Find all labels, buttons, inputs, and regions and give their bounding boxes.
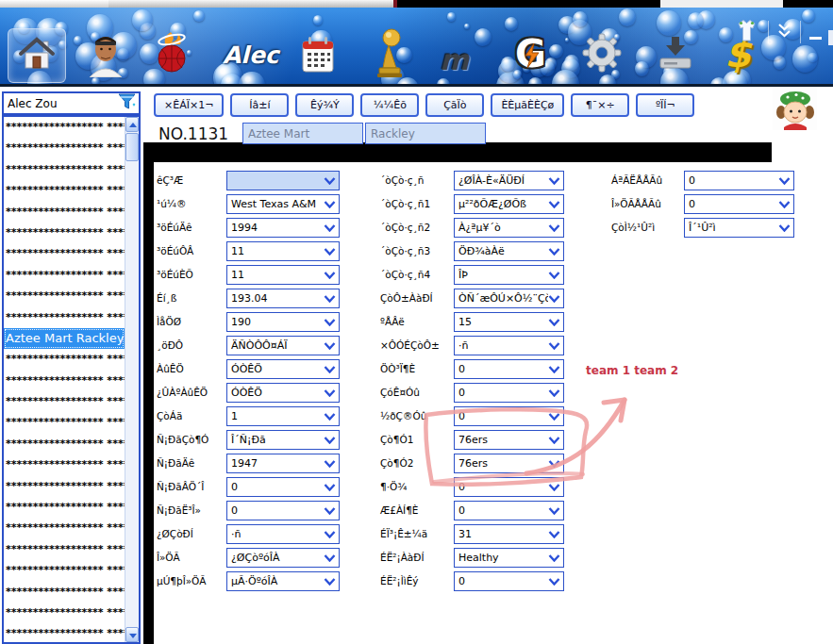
jersey-icon[interactable]	[734, 19, 759, 46]
field-dropdown[interactable]: West Texas A&M	[226, 194, 340, 214]
first-name-field[interactable]	[242, 123, 363, 144]
filter-funnel-icon[interactable]	[117, 91, 137, 115]
field-dropdown[interactable]: Î´¹Û²ì	[684, 218, 794, 238]
field-dropdown[interactable]: 11	[226, 265, 340, 285]
player-list-item[interactable]: ****************** *****	[4, 307, 125, 328]
player-portrait-button[interactable]	[89, 32, 123, 81]
player-list-item[interactable]: ****************** *****	[4, 117, 125, 138]
field-dropdown[interactable]: 0	[226, 477, 340, 497]
field-dropdown[interactable]: ·ñ	[226, 524, 340, 544]
action-button-2[interactable]: Íâ±í	[230, 93, 289, 117]
collapse-chevrons-icon[interactable]	[777, 23, 791, 42]
action-button-3[interactable]: Êý¾Ý	[295, 93, 354, 117]
field-dropdown[interactable]: 76ers	[454, 454, 564, 473]
field-dropdown[interactable]: À­¿ªµ¥´ò	[454, 218, 564, 238]
settings-button[interactable]	[582, 32, 622, 77]
field-dropdown[interactable]: ÓÒÊÖ	[226, 383, 340, 403]
field-dropdown[interactable]: ÎÞ	[454, 265, 564, 285]
field-dropdown[interactable]: 0	[454, 406, 564, 426]
minimize-icon[interactable]	[809, 37, 822, 40]
trophy-button[interactable]	[375, 26, 404, 83]
field-dropdown[interactable]: ÄÑÒÔÔ¤ÁÏ	[226, 336, 340, 355]
action-button-4[interactable]: ¼¼Êõ	[360, 93, 419, 117]
field-dropdown[interactable]: ·ñ	[454, 336, 564, 355]
player-list-item[interactable]: ****************** *****	[4, 349, 125, 370]
scroll-down-button[interactable]	[125, 627, 139, 642]
player-list-item[interactable]: ****************** *****	[4, 138, 125, 158]
player-list-item[interactable]: ****************** *****	[4, 539, 125, 560]
separator	[768, 21, 769, 43]
field-dropdown[interactable]: ¿ØÇòºóÎÀ	[226, 548, 340, 568]
last-name-field[interactable]	[365, 123, 486, 144]
player-list-item[interactable]: ****************** *****	[4, 180, 125, 201]
field-dropdown[interactable]: 1	[226, 406, 340, 426]
scroll-thumb[interactable]	[125, 133, 139, 161]
alec-script-logo[interactable]: Alec	[223, 41, 279, 69]
player-list-item[interactable]: ****************** *****	[4, 603, 125, 623]
player-list-item[interactable]: ****************** *****	[4, 434, 125, 454]
field-dropdown[interactable]: 0	[454, 359, 564, 379]
field-value: 0	[455, 504, 548, 517]
list-scrollbar[interactable]	[125, 117, 139, 642]
action-button-7[interactable]: ¶¯×÷	[571, 93, 629, 117]
player-list-item[interactable]: ****************** *****	[4, 560, 125, 581]
field-dropdown[interactable]: ÓÒÊÖ	[226, 359, 340, 379]
field-dropdown[interactable]: µ²²ðÕÆ¿ØÕß	[454, 194, 564, 214]
field-dropdown[interactable]: 31	[454, 524, 564, 544]
search-input[interactable]	[4, 96, 117, 111]
action-button-8[interactable]: ºÏÍ¬	[636, 93, 694, 117]
player-list-item-selected[interactable]: Aztee Mart Rackley	[4, 328, 125, 349]
field-dropdown[interactable]: 1947	[226, 454, 340, 473]
field-dropdown[interactable]: ÒÑ´æÔÚ×Ô½¨Çò	[454, 289, 564, 308]
field-dropdown[interactable]: 0	[454, 477, 564, 497]
field-dropdown[interactable]: 0	[684, 194, 794, 214]
installer-button[interactable]	[655, 36, 696, 75]
player-list-item[interactable]: ****************** *****	[4, 623, 125, 642]
player-list-item[interactable]: ****************** *****	[4, 223, 125, 243]
calendar-button[interactable]	[300, 34, 336, 79]
action-button-6[interactable]: ÈÈµãÈÈÇø	[491, 93, 564, 117]
player-list-item[interactable]: ****************** *****	[4, 497, 125, 518]
player-list-item[interactable]: ****************** *****	[4, 371, 125, 391]
championship-trophy-icon	[375, 65, 404, 83]
field-dropdown[interactable]: µÃ·ÖºóÎÀ	[226, 571, 340, 591]
field-label: ÇòÌ½¹Û²ì	[611, 222, 655, 233]
water-droplets-background	[0, 8, 833, 84]
player-list-item[interactable]: ****************** *****	[4, 265, 125, 286]
field-dropdown[interactable]: ¿ØÎÀ-È«ÄÜÐÍ	[454, 171, 564, 190]
player-list-item[interactable]: ****************** *****	[4, 286, 125, 306]
home-button[interactable]	[8, 28, 66, 83]
player-list-item[interactable]: ****************** *****	[4, 243, 125, 264]
field-dropdown[interactable]: Î´Ñ¡Ðã	[226, 430, 340, 450]
field-dropdown[interactable]: Healthy	[454, 548, 564, 568]
field-dropdown[interactable]: 193.04	[226, 289, 340, 308]
field-dropdown[interactable]: 190	[226, 312, 340, 332]
m-brand-logo[interactable]: m	[440, 43, 469, 76]
field-dropdown[interactable]: 0	[226, 501, 340, 520]
field-dropdown[interactable]	[226, 171, 340, 190]
player-list-item[interactable]: ****************** *****	[4, 518, 125, 538]
player-list-item[interactable]: ****************** *****	[4, 159, 125, 180]
field-dropdown[interactable]: 15	[454, 312, 564, 332]
field-dropdown[interactable]: ÖÐ¾àÀë	[454, 241, 564, 261]
player-list-item[interactable]: ****************** *****	[4, 582, 125, 603]
heat-logo-button[interactable]	[153, 30, 191, 81]
action-button-1[interactable]: ×ÊÁÏ×1¬	[154, 93, 224, 117]
field-dropdown[interactable]: 0	[454, 501, 564, 520]
player-list-item[interactable]: ****************** *****	[4, 476, 125, 497]
titlebar-segment	[108, 0, 393, 8]
field-dropdown[interactable]: 0	[454, 383, 564, 403]
player-list-item[interactable]: ****************** *****	[4, 412, 125, 433]
player-list-item[interactable]: ****************** *****	[4, 454, 125, 475]
field-dropdown[interactable]: 0	[684, 171, 794, 190]
player-list-item[interactable]: ****************** *****	[4, 202, 125, 223]
player-list-item[interactable]: ****************** *****	[4, 391, 125, 412]
action-button-5[interactable]: ÇãÏò	[425, 93, 484, 117]
field-label: ÖÒ³Ï¶È	[380, 363, 415, 374]
field-dropdown[interactable]: 76ers	[454, 430, 564, 450]
scroll-up-button[interactable]	[125, 117, 139, 132]
field-dropdown[interactable]: 11	[226, 241, 340, 261]
field-dropdown[interactable]: 1994	[226, 218, 340, 238]
gatorade-logo-button[interactable]: G	[515, 32, 546, 75]
field-dropdown[interactable]: 0	[454, 571, 564, 591]
